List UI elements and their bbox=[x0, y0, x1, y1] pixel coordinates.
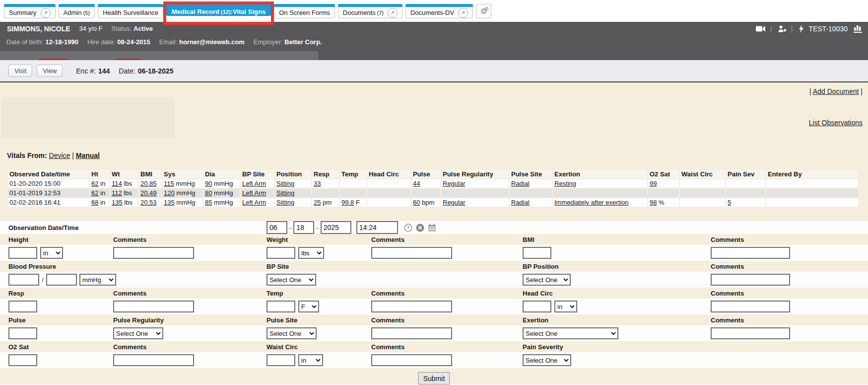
tab-documents-dv[interactable]: Documents-DV bbox=[405, 4, 473, 18]
clock-icon[interactable] bbox=[404, 224, 412, 232]
vitals-value-link[interactable]: 25 bbox=[314, 199, 321, 206]
waist-circ-input[interactable] bbox=[267, 354, 295, 366]
bp-site-select[interactable]: Select One bbox=[267, 274, 316, 286]
vitals-value-link[interactable]: Resting bbox=[554, 180, 576, 187]
calendar-icon[interactable] bbox=[428, 224, 436, 232]
bp-comments-input[interactable] bbox=[711, 274, 790, 286]
vitals-value-link[interactable]: 60 bbox=[413, 199, 420, 206]
o2-sat-comments-input[interactable] bbox=[113, 354, 194, 366]
vitals-value-link[interactable]: Left Arm bbox=[242, 180, 266, 187]
height-comments-input[interactable] bbox=[113, 247, 194, 259]
vitals-value-link[interactable]: Immediately after exertion bbox=[554, 199, 629, 206]
temp-unit-select[interactable]: F bbox=[298, 301, 319, 312]
exertion-comments-input[interactable] bbox=[711, 327, 790, 339]
external-link-icon[interactable] bbox=[388, 8, 398, 18]
video-camera-icon[interactable] bbox=[756, 25, 766, 32]
vitals-value-link[interactable]: Sitting bbox=[276, 180, 294, 187]
pulse-regularity-select[interactable]: Select One bbox=[113, 327, 163, 339]
weight-comments-input[interactable] bbox=[371, 247, 452, 259]
vitals-value-link[interactable]: Radial bbox=[511, 199, 530, 206]
vitals-value-link[interactable]: Left Arm bbox=[242, 189, 266, 197]
tab-summary[interactable]: Summary bbox=[4, 4, 56, 18]
height-input[interactable] bbox=[8, 247, 37, 259]
visit-button[interactable]: Visit bbox=[8, 65, 32, 77]
waist-circ-unit-select[interactable]: in bbox=[298, 354, 323, 366]
resp-comments-input[interactable] bbox=[113, 301, 194, 312]
pulse-input[interactable] bbox=[8, 327, 37, 339]
vitals-value-link[interactable]: 114 bbox=[112, 180, 122, 187]
tab-documents[interactable]: Documents(7) bbox=[338, 4, 402, 18]
device-link[interactable]: Device bbox=[49, 152, 70, 159]
vitals-value-link[interactable]: Regular bbox=[443, 199, 466, 206]
head-circ-comments-input[interactable] bbox=[711, 301, 790, 312]
obs-time-input[interactable] bbox=[356, 221, 398, 234]
vitals-value-link[interactable]: 20.49 bbox=[140, 189, 157, 197]
vitals-cell: 80 mmHg bbox=[203, 189, 240, 197]
height-unit-select[interactable]: in bbox=[40, 247, 63, 259]
vitals-value-link[interactable]: Sitting bbox=[276, 189, 294, 197]
lightning-bolt-icon[interactable] bbox=[799, 25, 804, 33]
head-circ-input[interactable] bbox=[523, 301, 551, 312]
bmi-comments-input[interactable] bbox=[711, 247, 790, 259]
vitals-value-link[interactable]: 99.8 bbox=[341, 199, 354, 206]
list-observations-link[interactable]: List Observations bbox=[809, 119, 863, 127]
vitals-value-link[interactable]: 20.53 bbox=[140, 199, 157, 206]
bar-chart-icon[interactable] bbox=[854, 25, 862, 33]
manual-link[interactable]: Manual bbox=[76, 152, 100, 159]
obs-year-input[interactable] bbox=[321, 221, 351, 234]
vitals-value-link[interactable]: 62 bbox=[91, 180, 98, 187]
settings-gears-button[interactable]: ⚙ ⚙ bbox=[476, 4, 491, 18]
obs-month-input[interactable] bbox=[267, 221, 287, 234]
pain-severity-select[interactable]: Select One bbox=[523, 354, 571, 366]
head-circ-unit-select[interactable]: in bbox=[554, 301, 577, 312]
vitals-value-link[interactable]: 5 bbox=[728, 199, 731, 206]
waist-circ-comments-input[interactable] bbox=[371, 354, 452, 366]
pulse-site-select[interactable]: Select One bbox=[267, 327, 317, 339]
clear-date-icon[interactable] bbox=[416, 224, 424, 232]
submit-button[interactable]: Submit bbox=[418, 372, 450, 385]
vitals-value-link[interactable]: 135 bbox=[164, 199, 175, 206]
vitals-value-link[interactable]: 62 bbox=[91, 189, 98, 197]
weight-input[interactable] bbox=[267, 247, 295, 259]
vitals-value-link[interactable]: 115 bbox=[164, 180, 174, 187]
add-person-icon[interactable] bbox=[778, 25, 787, 32]
vitals-value-link[interactable]: Radial bbox=[511, 180, 530, 187]
temp-comments-input[interactable] bbox=[371, 301, 452, 312]
vitals-value-link[interactable]: 98 bbox=[650, 199, 657, 206]
tab-on-screen-forms[interactable]: On Screen Forms bbox=[274, 4, 335, 18]
bp-diastolic-input[interactable] bbox=[46, 274, 77, 286]
vitals-value-link[interactable]: 120 bbox=[164, 189, 175, 197]
weight-unit-select[interactable]: lbs bbox=[298, 247, 324, 259]
vitals-cell: Radial bbox=[510, 198, 552, 207]
exertion-select[interactable]: Select One bbox=[523, 327, 618, 339]
vitals-value-link[interactable]: 85 bbox=[205, 199, 212, 206]
vitals-value-link[interactable]: 44 bbox=[413, 180, 420, 187]
temp-input[interactable] bbox=[267, 301, 295, 312]
bp-unit-select[interactable]: mmHg bbox=[79, 274, 116, 286]
vitals-value-link[interactable]: 112 bbox=[112, 189, 122, 197]
bp-systolic-input[interactable] bbox=[8, 274, 39, 286]
vitals-value-link[interactable]: 80 bbox=[205, 189, 212, 197]
vitals-value-link[interactable]: 90 bbox=[205, 180, 212, 187]
resp-input[interactable] bbox=[8, 301, 37, 312]
vitals-value-link[interactable]: 135 bbox=[112, 199, 123, 206]
pulse-comments-input[interactable] bbox=[371, 327, 452, 339]
vitals-value-link[interactable]: 68 bbox=[91, 199, 98, 206]
view-button[interactable]: View bbox=[37, 65, 63, 77]
external-link-icon[interactable] bbox=[41, 8, 51, 18]
vitals-value-link[interactable]: 99 bbox=[650, 180, 657, 187]
o2-sat-input[interactable] bbox=[8, 354, 37, 366]
tab-health-surveillance[interactable]: Health Surveillance bbox=[98, 4, 163, 18]
vitals-value-link[interactable]: Regular bbox=[443, 180, 466, 187]
add-document-link[interactable]: Add Document bbox=[813, 87, 859, 95]
vitals-value-link[interactable]: Left Arm bbox=[242, 199, 266, 206]
vitals-value-link[interactable]: 20.85 bbox=[140, 180, 157, 187]
bp-position-select[interactable]: Select One bbox=[523, 274, 571, 286]
tab-admin[interactable]: Admin(5) bbox=[59, 4, 95, 18]
external-link-icon[interactable] bbox=[458, 8, 468, 18]
tab-medical-record[interactable]: Medical Record(12):Vital Signs bbox=[166, 4, 271, 16]
obs-day-input[interactable] bbox=[293, 221, 314, 234]
bmi-input[interactable] bbox=[523, 247, 551, 259]
vitals-value-link[interactable]: Sitting bbox=[276, 199, 294, 206]
vitals-value-link[interactable]: 33 bbox=[314, 180, 321, 187]
